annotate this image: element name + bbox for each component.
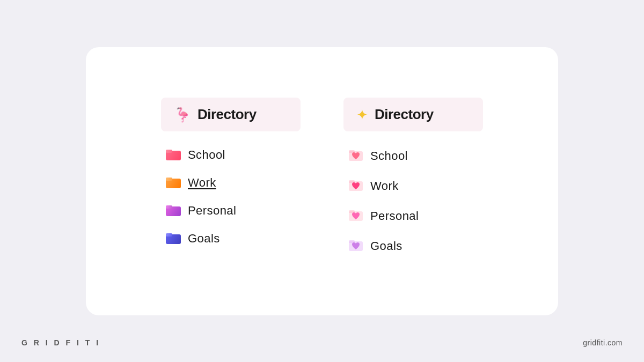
left-directory-icon: 🦩 <box>174 108 191 122</box>
left-item-personal[interactable]: Personal <box>161 198 301 224</box>
right-item-goals-label: Goals <box>370 239 402 253</box>
folder-blue-icon <box>165 231 181 246</box>
left-directory-items: School <box>161 138 301 256</box>
folder-lavender-icon <box>165 203 181 218</box>
folder-pink-icon <box>165 147 181 162</box>
right-item-work-label: Work <box>370 179 399 193</box>
main-card: 🦩 Directory <box>86 47 558 315</box>
svg-rect-3 <box>166 178 172 181</box>
left-directory-block: 🦩 Directory <box>161 98 301 256</box>
right-directory-title: Directory <box>375 106 434 123</box>
right-directory-icon: ✦ <box>356 108 368 122</box>
left-item-goals[interactable]: Goals <box>161 226 301 252</box>
directories-row: 🦩 Directory <box>161 98 483 264</box>
left-item-goals-label: Goals <box>188 232 220 246</box>
brand-left: G R I D F I T I <box>21 338 100 347</box>
left-item-personal-label: Personal <box>188 204 236 218</box>
heart-goals-icon <box>348 238 364 255</box>
right-directory-block: ✦ Directory School <box>343 98 483 264</box>
heart-personal-icon <box>348 208 364 225</box>
svg-rect-5 <box>166 205 172 209</box>
right-item-work[interactable]: Work <box>343 172 483 200</box>
right-item-personal-label: Personal <box>370 209 419 223</box>
left-item-school-label: School <box>188 148 225 162</box>
left-item-school[interactable]: School <box>161 142 301 168</box>
right-item-school-label: School <box>370 149 408 163</box>
left-directory-title: Directory <box>197 106 257 123</box>
right-item-personal[interactable]: Personal <box>343 202 483 230</box>
svg-rect-7 <box>166 233 172 237</box>
heart-work-icon <box>348 178 364 195</box>
left-directory-header: 🦩 Directory <box>161 98 301 131</box>
right-directory-header: ✦ Directory <box>343 98 483 131</box>
left-item-work-label: Work <box>188 176 216 190</box>
right-directory-items: School Work <box>343 138 483 264</box>
brand-right: gridfiti.com <box>583 338 623 347</box>
right-item-goals[interactable]: Goals <box>343 232 483 260</box>
right-item-school[interactable]: School <box>343 142 483 170</box>
left-item-work[interactable]: Work <box>161 170 301 196</box>
heart-school-icon <box>348 147 364 165</box>
folder-orange-icon <box>165 175 181 190</box>
svg-rect-1 <box>166 150 172 153</box>
